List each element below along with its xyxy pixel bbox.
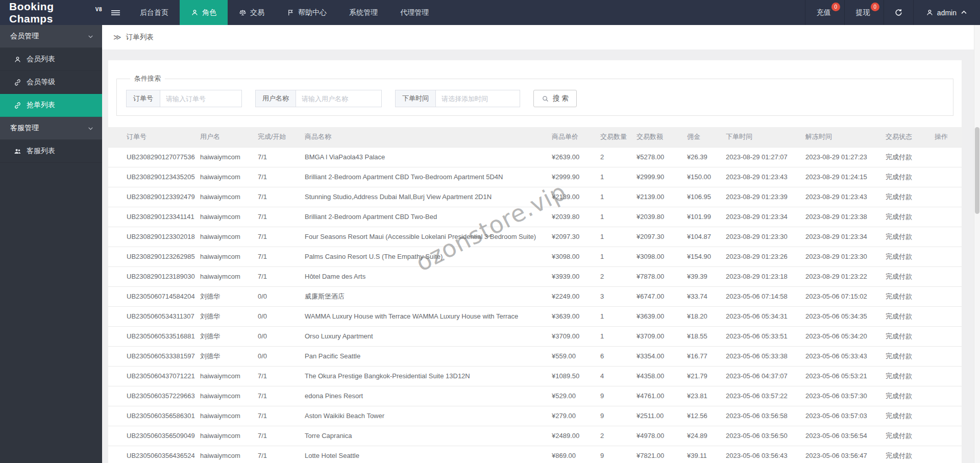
cell-username: haiwaiymcom (195, 426, 253, 446)
cell-unit-price: ¥2639.00 (547, 147, 595, 167)
nav-item-system[interactable]: 系统管理 (338, 0, 389, 25)
cell-actions (922, 167, 962, 187)
cell-trade-qty: 1 (595, 227, 631, 247)
app-logo-version: V8 (95, 7, 102, 12)
withdraw-button[interactable]: 提现 0 (844, 0, 884, 25)
cell-trade-amount: ¥6747.00 (631, 286, 682, 306)
table-row: UB2308290123302018 haiwaiymcom 7/1 Four … (108, 227, 962, 247)
cell-product-name: Stunning Studio,Address Dubai Mall,Burj … (300, 187, 547, 207)
cell-trade-amount: ¥2511.00 (631, 406, 682, 426)
cell-actions (922, 326, 962, 346)
cell-order-no: UB2305060534311307 (108, 306, 195, 326)
cell-username: haiwaiymcom (195, 187, 253, 207)
cell-unit-price: ¥529.00 (547, 386, 595, 406)
withdraw-badge: 0 (871, 3, 879, 11)
sidebar-item-support-list[interactable]: 客服列表 (0, 140, 102, 163)
cell-username: 刘德华 (195, 346, 253, 366)
top-navbar: Booking Champs V8 后台首页 角色 交易 帮助中心 系统管理 代… (0, 0, 980, 25)
nav-item-trade[interactable]: 交易 (228, 0, 276, 25)
order-no-input[interactable] (160, 90, 242, 107)
cell-unit-price: ¥2039.80 (547, 207, 595, 227)
cell-unit-price: ¥2249.00 (547, 286, 595, 306)
cell-trade-qty: 1 (595, 187, 631, 207)
page-title: 订单列表 (126, 33, 154, 42)
recharge-button[interactable]: 充值 0 (805, 0, 844, 25)
cell-done-start: 7/1 (253, 406, 300, 426)
table-row: UB2305060714584204 刘德华 0/0 威廉斯堡酒店 ¥2249.… (108, 286, 962, 306)
cell-order-time: 2023-05-06 05:34:31 (721, 306, 800, 326)
cell-trade-qty: 1 (595, 306, 631, 326)
cell-product-name: Orso Luxury Apartment (300, 326, 547, 346)
cell-trade-amount: ¥4358.00 (631, 366, 682, 386)
cell-username: haiwaiymcom (195, 446, 253, 463)
cell-trade-qty: 9 (595, 386, 631, 406)
cell-product-name: Hôtel Dame des Arts (300, 266, 547, 286)
table-row: UB2305060356509049 haiwaiymcom 7/1 Torre… (108, 426, 962, 446)
nav-item-dashboard[interactable]: 后台首页 (129, 0, 180, 25)
cell-order-time: 2023-05-06 03:56:50 (721, 426, 800, 446)
cell-commission: ¥101.99 (682, 207, 721, 227)
cell-actions (922, 187, 962, 207)
search-button[interactable]: 搜 索 (533, 90, 577, 107)
cell-trade-qty: 9 (595, 406, 631, 426)
sidebar-toggle-button[interactable] (102, 0, 129, 25)
cell-trade-amount: ¥5278.00 (631, 147, 682, 167)
search-icon (542, 95, 549, 103)
cell-commission: ¥18.20 (682, 306, 721, 326)
cell-order-time: 2023-08-29 01:23:18 (721, 266, 800, 286)
nav-item-help-center[interactable]: 帮助中心 (276, 0, 338, 25)
cell-trade-status: 完成付款 (880, 227, 922, 247)
vertical-scrollbar-thumb[interactable] (975, 127, 979, 214)
order-table-body: UB2308290127077536 haiwaiymcom 7/1 BMGA … (108, 147, 962, 463)
sidebar-item-member-level[interactable]: 会员等级 (0, 71, 102, 94)
cell-commission: ¥104.87 (682, 227, 721, 247)
cell-order-no: UB2305060533516881 (108, 326, 195, 346)
sidebar-item-order-grab-list[interactable]: 抢单列表 (0, 94, 102, 117)
order-time-input[interactable] (436, 90, 520, 107)
sidebar-item-member-list[interactable]: 会员列表 (0, 48, 102, 71)
nav-item-agent[interactable]: 代理管理 (389, 0, 440, 25)
main-content: ≫ 订单列表 条件搜索 订单号 用户名称 下单时间 (102, 25, 974, 463)
cell-unfreeze-time: 2023-08-29 01:23:30 (800, 247, 880, 266)
cell-done-start: 7/1 (253, 147, 300, 167)
vertical-scrollbar-track[interactable] (974, 25, 980, 463)
nav-item-label: 代理管理 (400, 8, 429, 17)
cell-unfreeze-time: 2023-08-29 01:23:38 (800, 207, 880, 227)
cell-order-no: UB2308290123435205 (108, 167, 195, 187)
cell-actions (922, 227, 962, 247)
chevron-down-icon (87, 125, 94, 132)
cell-trade-amount: ¥3709.00 (631, 326, 682, 346)
withdraw-label: 提现 (856, 8, 870, 17)
cell-trade-amount: ¥2097.30 (631, 227, 682, 247)
cell-actions (922, 406, 962, 426)
cell-actions (922, 147, 962, 167)
cell-done-start: 7/1 (253, 366, 300, 386)
app-logo-text: Booking Champs (9, 1, 94, 25)
nav-item-roles[interactable]: 角色 (180, 0, 228, 25)
user-menu[interactable]: admin (913, 0, 980, 25)
cell-unfreeze-time: 2023-08-29 01:24:15 (800, 167, 880, 187)
cell-username: haiwaiymcom (195, 147, 253, 167)
search-row: 订单号 用户名称 下单时间 搜 索 (126, 90, 953, 107)
recharge-badge: 0 (831, 3, 840, 11)
refresh-button[interactable] (884, 0, 913, 25)
col-trade-status: 交易状态 (880, 127, 922, 147)
sidebar-item-label: 客服列表 (27, 147, 55, 156)
cell-done-start: 7/1 (253, 426, 300, 446)
refresh-icon (894, 8, 903, 17)
cell-commission: ¥23.81 (682, 386, 721, 406)
sidebar-group-support-management[interactable]: 客服管理 (0, 117, 102, 140)
cell-unit-price: ¥869.00 (547, 446, 595, 463)
cell-trade-qty: 1 (595, 167, 631, 187)
person-icon (926, 9, 934, 16)
cell-trade-amount: ¥4761.00 (631, 386, 682, 406)
cell-commission: ¥24.89 (682, 426, 721, 446)
col-unit-price: 商品单价 (547, 127, 595, 147)
cell-trade-qty: 1 (595, 326, 631, 346)
cell-actions (922, 286, 962, 306)
cell-unfreeze-time: 2023-08-29 01:23:43 (800, 187, 880, 207)
username-input[interactable] (296, 90, 382, 107)
cell-username: haiwaiymcom (195, 266, 253, 286)
sidebar-group-member-management[interactable]: 会员管理 (0, 25, 102, 48)
cell-order-no: UB2305060533381597 (108, 346, 195, 366)
